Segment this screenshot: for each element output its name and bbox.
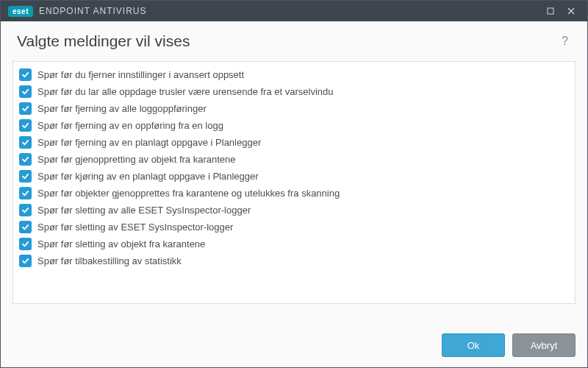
page-title: Valgte meldinger vil vises (17, 32, 190, 50)
list-item-label: Spør før fjerning av en planlagt oppgave… (37, 137, 261, 148)
list-item[interactable]: Spør før sletting av objekt fra karanten… (16, 236, 572, 252)
checkbox[interactable] (19, 68, 32, 81)
checkbox[interactable] (19, 221, 32, 233)
options-panel: Spør før du fjerner innstillinger i avan… (12, 61, 576, 304)
ok-button[interactable]: Ok (442, 333, 505, 357)
list-item-label: Spør før fjerning av alle loggoppføringe… (37, 103, 207, 114)
checkbox[interactable] (19, 102, 32, 115)
list-item[interactable]: Spør før fjerning av en planlagt oppgave… (16, 134, 572, 151)
dialog-footer: Ok Avbryt (1, 304, 587, 367)
list-item-label: Spør før sletting av objekt fra karanten… (37, 238, 205, 250)
list-item-label: Spør før tilbakestilling av statistikk (37, 255, 182, 266)
list-item[interactable]: Spør før tilbakestilling av statistikk (16, 252, 572, 269)
checkbox[interactable] (19, 153, 32, 166)
checkbox[interactable] (19, 119, 32, 132)
list-item[interactable]: Spør før fjerning av en oppføring fra en… (16, 117, 572, 134)
list-item[interactable]: Spør før fjerning av alle loggoppføringe… (16, 100, 572, 117)
cancel-button[interactable]: Avbryt (512, 333, 576, 357)
dialog-header: Valgte meldinger vil vises ? (1, 21, 587, 57)
checkbox[interactable] (19, 255, 32, 267)
checkbox[interactable] (19, 238, 32, 250)
checkbox[interactable] (19, 170, 32, 183)
list-item-label: Spør før objekter gjenopprettes fra kara… (37, 188, 340, 199)
checkbox[interactable] (19, 136, 32, 149)
list-item-label: Spør før sletting av ESET SysInspector-l… (37, 222, 233, 233)
brand-text: ENDPOINT ANTIVIRUS (39, 6, 146, 16)
list-item-label: Spør før gjenoppretting av objekt fra ka… (37, 154, 236, 165)
titlebar: eset ENDPOINT ANTIVIRUS (1, 1, 587, 21)
checkbox[interactable] (19, 187, 32, 199)
list-item-label: Spør før kjøring av en planlagt oppgave … (37, 171, 259, 182)
app-window: eset ENDPOINT ANTIVIRUS Valgte meldinger… (0, 0, 588, 368)
list-item-label: Spør før sletting av alle ESET SysInspec… (37, 205, 251, 216)
list-item[interactable]: Spør før kjøring av en planlagt oppgave … (16, 168, 572, 185)
list-item[interactable]: Spør før gjenoppretting av objekt fra ka… (16, 151, 572, 168)
options-scroll[interactable]: Spør før du fjerner innstillinger i avan… (13, 62, 575, 303)
list-item-label: Spør før fjerning av en oppføring fra en… (37, 120, 223, 131)
list-item[interactable]: Spør før du fjerner innstillinger i avan… (16, 66, 572, 83)
list-item[interactable]: Spør før objekter gjenopprettes fra kara… (16, 185, 572, 202)
checkbox[interactable] (19, 85, 32, 98)
brand-badge: eset (8, 6, 33, 17)
list-item-label: Spør før du fjerner innstillinger i avan… (37, 69, 244, 80)
svg-rect-0 (548, 8, 553, 14)
list-item-label: Spør før du lar alle oppdage trusler vær… (37, 86, 333, 97)
minimize-button[interactable] (540, 4, 561, 18)
list-item[interactable]: Spør før sletting av ESET SysInspector-l… (16, 219, 572, 236)
close-button[interactable] (561, 4, 581, 18)
list-item[interactable]: Spør før du lar alle oppdage trusler vær… (16, 83, 572, 100)
checkbox[interactable] (19, 204, 32, 216)
minimize-icon (547, 7, 554, 15)
list-item[interactable]: Spør før sletting av alle ESET SysInspec… (16, 202, 572, 219)
close-icon (567, 7, 575, 15)
help-icon[interactable]: ? (559, 32, 571, 51)
